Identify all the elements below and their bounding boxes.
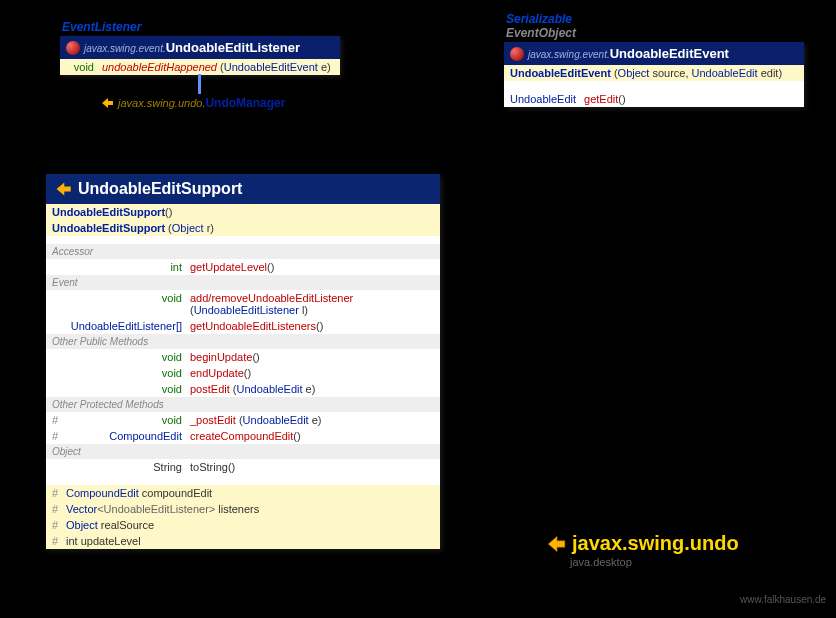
package-label: javax.swing.event.	[528, 49, 610, 60]
class-header-listener: javax.swing.event.UndoableEditListener	[60, 36, 340, 59]
field-row: # Object realSource	[46, 517, 440, 533]
class-box-event: javax.swing.event.UndoableEditEvent Undo…	[504, 42, 804, 107]
return-type: CompoundEdit	[66, 430, 190, 442]
ctor-params: (Object r)	[165, 222, 214, 234]
method-name: getEdit	[584, 93, 618, 105]
method-row: void postEdit (UndoableEdit e)	[46, 381, 440, 397]
field-row: # CompoundEdit compoundEdit	[46, 485, 440, 501]
visibility-hash: #	[52, 519, 66, 531]
constructor-row: UndoableEditSupport (Object r)	[46, 220, 440, 236]
website-link: www.falkhausen.de	[740, 594, 826, 605]
method-row: void beginUpdate()	[46, 349, 440, 365]
method-name: getUpdateLevel	[190, 261, 267, 273]
arrow-icon	[100, 96, 114, 110]
field-row: # int updateLevel	[46, 533, 440, 549]
constructor-row: UndoableEditSupport()	[46, 204, 440, 220]
method-name: getUndoableEditListeners	[190, 320, 316, 332]
class-name: UndoableEditSupport	[78, 180, 242, 198]
supertype-serializable: Serializable	[506, 12, 572, 26]
return-type: void	[66, 414, 190, 426]
method-params: ()	[267, 261, 274, 273]
return-type: int	[52, 261, 190, 273]
method-params: (UndoableEdit e)	[236, 414, 322, 426]
field-name: realSource	[98, 519, 154, 531]
class-header-event: javax.swing.event.UndoableEditEvent	[504, 42, 804, 65]
method-params: ()	[316, 320, 323, 332]
return-type: void	[52, 383, 190, 395]
method-params: ()	[618, 93, 625, 105]
visibility-hash: #	[52, 430, 66, 442]
field-name: compoundEdit	[139, 487, 212, 499]
module-name: java.desktop	[570, 556, 632, 568]
class-icon	[510, 47, 524, 61]
field-type: int	[66, 535, 78, 547]
method-name: undoableEditHappened	[102, 61, 217, 73]
section-protected: Other Protected Methods	[46, 397, 440, 412]
visibility-hash: #	[52, 487, 66, 499]
method-row: void endUpdate()	[46, 365, 440, 381]
method-params: (UndoableEditListener l)	[190, 304, 308, 316]
ctor-name: UndoableEditEvent	[510, 67, 611, 79]
method-name: endUpdate	[190, 367, 244, 379]
spacer	[504, 81, 804, 91]
method-row: UndoableEditListener[] getUndoableEditLi…	[46, 318, 440, 334]
method-row: String toString()	[46, 459, 440, 475]
supertype-eventlistener: EventListener	[62, 20, 141, 34]
impl-class: UndoManager	[205, 96, 285, 110]
impl-package: javax.swing.undo.	[118, 97, 205, 109]
ctor-params: (Object source, UndoableEdit edit)	[611, 67, 782, 79]
implementation-link: javax.swing.undo.UndoManager	[100, 96, 285, 110]
method-params: ()	[228, 461, 235, 473]
section-event: Event	[46, 275, 440, 290]
constructor-row: UndoableEditEvent (Object source, Undoab…	[504, 65, 804, 81]
method-name: toString	[190, 461, 228, 473]
section-public: Other Public Methods	[46, 334, 440, 349]
return-type: UndoableEditListener[]	[52, 320, 190, 332]
field-type: Vector<UndoableEditListener>	[66, 503, 215, 515]
package-label: javax.swing.event.	[84, 43, 166, 54]
return-type: void	[66, 61, 102, 73]
method-row: void undoableEditHappened (UndoableEditE…	[60, 59, 340, 75]
arrow-icon	[54, 180, 72, 198]
package-title: javax.swing.undo	[546, 532, 739, 555]
method-name: postEdit	[190, 383, 230, 395]
field-name: listeners	[215, 503, 259, 515]
return-type: void	[52, 351, 190, 363]
ctor-name: UndoableEditSupport	[52, 206, 165, 218]
spacer	[46, 475, 440, 485]
supertype-eventobject: EventObject	[506, 26, 576, 40]
class-name: UndoableEditListener	[166, 40, 300, 55]
method-name: add/removeUndoableEditListener	[190, 292, 353, 304]
package-name: javax.swing.undo	[572, 532, 739, 555]
method-row: # CompoundEdit createCompoundEdit()	[46, 428, 440, 444]
spacer	[46, 236, 440, 244]
visibility-hash: #	[52, 414, 66, 426]
return-type: void	[52, 367, 190, 379]
method-row: int getUpdateLevel()	[46, 259, 440, 275]
ctor-params: ()	[165, 206, 172, 218]
connector-line	[198, 74, 201, 94]
field-type: CompoundEdit	[66, 487, 139, 499]
method-params: (UndoableEdit e)	[230, 383, 316, 395]
method-row: # void _postEdit (UndoableEdit e)	[46, 412, 440, 428]
method-row: void add/removeUndoableEditListener (Und…	[46, 290, 440, 318]
return-type: void	[52, 292, 190, 304]
visibility-hash: #	[52, 535, 66, 547]
method-name: beginUpdate	[190, 351, 252, 363]
method-row: UndoableEdit getEdit()	[504, 91, 804, 107]
interface-icon	[66, 41, 80, 55]
field-type: Object	[66, 519, 98, 531]
field-row: # Vector<UndoableEditListener> listeners	[46, 501, 440, 517]
field-name: updateLevel	[78, 535, 141, 547]
class-box-support: UndoableEditSupport UndoableEditSupport(…	[46, 174, 440, 549]
method-name: _postEdit	[190, 414, 236, 426]
visibility-hash: #	[52, 503, 66, 515]
method-params: ()	[244, 367, 251, 379]
method-name: createCompoundEdit	[190, 430, 293, 442]
method-params: ()	[293, 430, 300, 442]
class-box-listener: javax.swing.event.UndoableEditListener v…	[60, 36, 340, 75]
method-params: ()	[252, 351, 259, 363]
return-type: String	[52, 461, 190, 473]
method-params: (UndoableEditEvent e)	[217, 61, 331, 73]
section-accessor: Accessor	[46, 244, 440, 259]
